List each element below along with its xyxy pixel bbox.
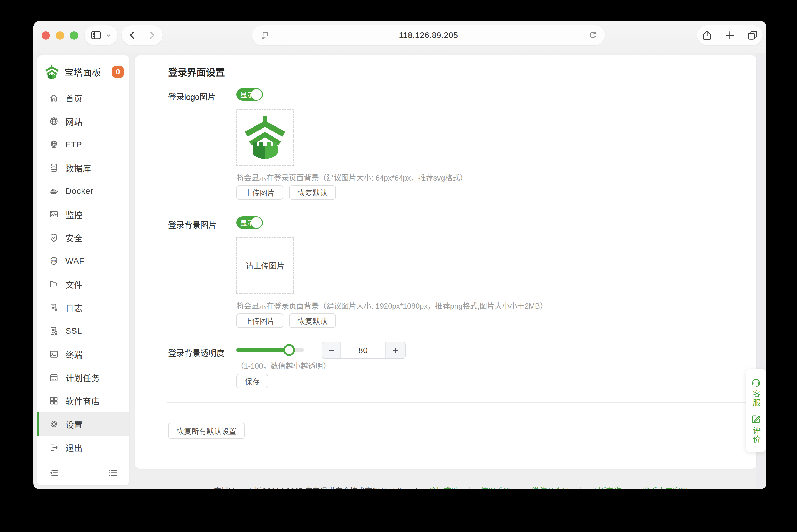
logout-icon [49, 442, 59, 452]
opacity-value[interactable]: 80 [341, 342, 385, 358]
new-tab-icon[interactable] [724, 30, 736, 41]
globe-icon [49, 116, 59, 126]
minimize-window-button[interactable] [56, 31, 64, 40]
notification-badge[interactable]: 0 [112, 66, 124, 78]
floating-helper-panel: 客服 评价 [746, 369, 766, 452]
sidebar-item-ftp[interactable]: FTP [37, 133, 129, 156]
edit-icon [750, 414, 761, 424]
settings-panel: 登录界面设置 登录logo图片 显示 将会显示在登录页面背景（建议图片大小: 6… [135, 56, 757, 469]
sidebar-item-docker[interactable]: Docker [37, 179, 129, 203]
sidebar-item-appstore[interactable]: 软件商店 [37, 389, 129, 413]
globe-stand-icon [49, 139, 59, 150]
footer-separator [632, 487, 632, 489]
footer-separator [580, 487, 580, 489]
home-icon [49, 93, 59, 103]
brand-name: 宝塔面板 [64, 65, 112, 78]
login-logo-toggle[interactable]: 显示 [237, 88, 263, 101]
collapse-sidebar-icon[interactable] [48, 467, 59, 479]
chevron-down-icon [105, 32, 112, 39]
login-bg-actions: 上传图片 恢复默认 [237, 314, 336, 328]
footer-link-license[interactable]: 正版查询 [591, 485, 621, 490]
sidebar-item-settings[interactable]: 设置 [37, 413, 129, 436]
opacity-hint: （1-100，数值越小越透明） [237, 360, 331, 371]
sidebar-item-ssl[interactable]: SSL [37, 319, 129, 343]
page-footer: 宝塔Linux面板©2014-2025 广东堡塔安全技术有限公司 (bt.cn)… [135, 482, 766, 489]
monitor-chart-icon [49, 209, 59, 220]
login-bg-hint: 将会显示在登录页面背景（建议图片大小: 1920px*1080px，推荐png格… [237, 300, 548, 311]
back-button[interactable] [127, 30, 138, 41]
restore-default-button[interactable]: 恢复默认 [289, 185, 336, 200]
tab-overview-icon[interactable] [747, 30, 758, 41]
sidebar-panel-icon [90, 29, 102, 41]
footer-link-forum[interactable]: 论坛求助 [429, 485, 459, 490]
login-logo-preview[interactable] [237, 109, 294, 166]
sidebar-item-logout[interactable]: 退出 [37, 436, 129, 459]
reader-icon[interactable] [260, 31, 270, 40]
slider-track[interactable] [237, 348, 304, 352]
menu-list-icon[interactable] [107, 467, 119, 479]
feedback-button[interactable]: 评价 [750, 414, 761, 444]
sidebar-item-cron[interactable]: 计划任务 [37, 366, 129, 389]
url-text[interactable]: 118.126.89.205 [399, 31, 458, 40]
login-logo-actions: 上传图片 恢复默认 [237, 185, 336, 200]
sidebar-item-terminal[interactable]: 终端 [37, 343, 129, 366]
decrement-button[interactable]: − [322, 342, 341, 358]
sidebar-toggle-button[interactable] [85, 25, 117, 45]
sidebar-footer [37, 467, 129, 479]
toolbar-actions-group [697, 25, 763, 45]
restore-default-button[interactable]: 恢复默认 [289, 314, 336, 328]
restore-all-defaults-button[interactable]: 恢复所有默认设置 [168, 423, 245, 439]
sidebar-item-files[interactable]: 文件 [37, 273, 129, 296]
page-title: 登录界面设置 [168, 65, 225, 78]
browser-toolbar: 118.126.89.205 [33, 21, 766, 53]
slider-knob[interactable] [283, 344, 295, 356]
feedback-label: 评价 [750, 426, 761, 444]
toggle-knob [251, 217, 262, 228]
svg-text:WAF: WAF [51, 260, 57, 262]
share-icon[interactable] [701, 30, 713, 41]
calendar-icon [49, 373, 59, 382]
increment-button[interactable]: + [385, 342, 405, 358]
history-nav-group [122, 25, 163, 45]
footer-link-support[interactable]: 联系人工客服 [643, 485, 688, 490]
bt-logo-icon [44, 64, 59, 79]
copyright-text: 宝塔Linux面板©2014-2025 广东堡塔安全技术有限公司 (bt.cn) [214, 485, 418, 490]
sidebar-item-home[interactable]: 首页 [37, 86, 129, 110]
login-logo-label: 登录logo图片 [168, 91, 216, 102]
login-bg-preview[interactable]: 请上传图片 [237, 237, 294, 294]
close-window-button[interactable] [42, 31, 50, 40]
sidebar-item-monitor[interactable]: 监控 [37, 203, 129, 226]
sidebar-menu: 首页 网站 FTP 数据库 Docker 监控 [37, 86, 129, 459]
upload-placeholder: 请上传图片 [246, 260, 284, 271]
sidebar-item-website[interactable]: 网站 [37, 110, 129, 133]
login-bg-label: 登录背景图片 [168, 218, 217, 230]
upload-image-button[interactable]: 上传图片 [237, 314, 283, 328]
zoom-window-button[interactable] [70, 31, 78, 40]
nav-divider [142, 30, 142, 41]
refresh-icon[interactable] [588, 31, 598, 40]
database-icon [49, 163, 59, 173]
upload-image-button[interactable]: 上传图片 [237, 185, 283, 200]
gear-icon [49, 419, 59, 429]
save-button[interactable]: 保存 [237, 374, 268, 388]
opacity-label: 登录背景透明度 [168, 347, 224, 358]
browser-window: 118.126.89.205 [33, 21, 766, 489]
customer-service-button[interactable]: 客服 [750, 377, 761, 407]
opacity-slider[interactable] [237, 344, 304, 356]
toggle-knob [251, 89, 262, 100]
forward-button[interactable] [146, 30, 157, 41]
grid-icon [49, 396, 59, 406]
login-bg-toggle[interactable]: 显示 [237, 216, 263, 229]
document-seal-icon [49, 326, 59, 336]
shield-waf-icon: WAF [49, 256, 59, 266]
address-bar[interactable]: 118.126.89.205 [252, 25, 605, 45]
sidebar-item-security[interactable]: 安全 [37, 226, 129, 249]
sidebar-item-logs[interactable]: 日志 [37, 296, 129, 319]
footer-link-manual[interactable]: 使用手册 [480, 485, 510, 490]
document-gear-icon [49, 303, 59, 312]
sidebar-item-waf[interactable]: WAF WAF [37, 249, 129, 273]
login-logo-hint: 将会显示在登录页面背景（建议图片大小: 64px*64px，推荐svg格式） [237, 172, 468, 183]
sidebar-item-database[interactable]: 数据库 [37, 156, 129, 179]
footer-link-wechat[interactable]: 微信公众号 [532, 485, 570, 490]
opacity-stepper: − 80 + [322, 342, 406, 359]
